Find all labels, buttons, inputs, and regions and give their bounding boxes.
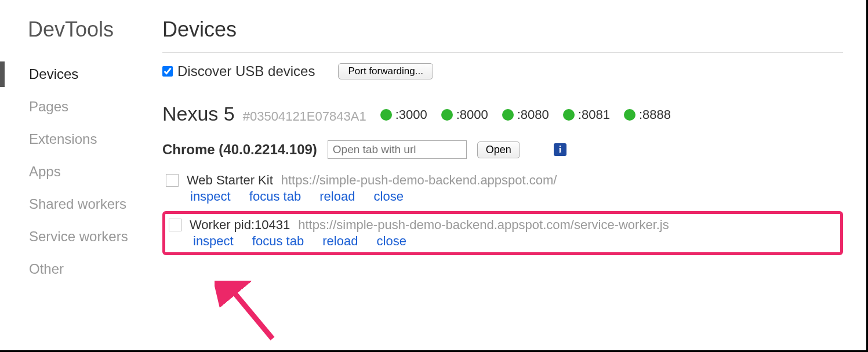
port-label: :3000	[395, 107, 427, 122]
sidebar-item-other[interactable]: Other	[28, 253, 162, 285]
open-button[interactable]: Open	[477, 141, 520, 158]
entry-url: https://simple-push-demo-backend.appspot…	[298, 217, 669, 233]
focus-tab-link[interactable]: focus tab	[252, 234, 304, 248]
entry-url: https://simple-push-demo-backend.appspot…	[281, 173, 557, 188]
page-title: Devices	[162, 17, 843, 42]
entry-title: Worker pid:10431	[190, 217, 290, 233]
entry-title: Web Starter Kit	[187, 173, 273, 188]
discover-usb-label: Discover USB devices	[177, 63, 315, 79]
sidebar-item-label: Other	[29, 261, 64, 277]
status-dot-icon	[502, 109, 514, 121]
sidebar-item-service-workers[interactable]: Service workers	[28, 220, 162, 253]
port-badge: :8000	[441, 107, 488, 122]
toolbar: Discover USB devices Port forwarding...	[162, 63, 843, 79]
port-label: :8888	[639, 107, 671, 122]
port-badge: :8081	[563, 107, 610, 122]
browser-row: Chrome (40.0.2214.109) Open i	[162, 140, 843, 159]
status-dot-icon	[563, 109, 575, 121]
port-label: :8080	[517, 107, 549, 122]
close-link[interactable]: close	[377, 234, 406, 248]
divider	[162, 52, 843, 53]
entry-checkbox[interactable]	[169, 219, 181, 231]
sidebar-item-label: Apps	[29, 164, 61, 179]
port-badge: :8080	[502, 107, 549, 122]
discover-usb-checkbox[interactable]	[162, 66, 173, 77]
sidebar-item-label: Extensions	[29, 131, 97, 147]
sidebar: DevTools Devices Pages Extensions Apps S…	[0, 17, 162, 285]
port-badge: :3000	[380, 107, 427, 122]
open-tab-url-input[interactable]	[328, 140, 467, 159]
reload-link[interactable]: reload	[322, 234, 358, 248]
svg-line-0	[229, 286, 273, 339]
sidebar-item-label: Pages	[29, 99, 68, 114]
sidebar-item-devices[interactable]: Devices	[28, 58, 162, 90]
sidebar-item-label: Shared workers	[29, 196, 126, 212]
inspect-entry: Web Starter Kit https://simple-push-demo…	[162, 169, 843, 208]
inspect-link[interactable]: inspect	[193, 234, 234, 248]
entry-checkbox[interactable]	[166, 174, 179, 187]
annotation-arrow-icon	[215, 281, 284, 350]
device-name: Nexus 5	[162, 103, 235, 125]
sidebar-item-pages[interactable]: Pages	[28, 90, 162, 123]
status-dot-icon	[380, 109, 392, 121]
port-forwarding-button[interactable]: Port forwarding...	[338, 63, 433, 79]
device-header: Nexus 5 #03504121E07843A1 :3000 :8000 :8…	[162, 103, 843, 125]
reload-link[interactable]: reload	[319, 189, 355, 204]
sidebar-item-label: Service workers	[29, 228, 128, 244]
entry-actions: inspect focus tab reload close	[190, 189, 836, 204]
port-badge: :8888	[624, 107, 671, 122]
sidebar-item-label: Devices	[29, 66, 78, 82]
focus-tab-link[interactable]: focus tab	[249, 189, 301, 204]
info-icon[interactable]: i	[554, 143, 566, 156]
main-content: Devices Discover USB devices Port forwar…	[162, 17, 866, 285]
sidebar-item-shared-workers[interactable]: Shared workers	[28, 188, 162, 220]
sidebar-item-apps[interactable]: Apps	[28, 155, 162, 188]
status-dot-icon	[441, 109, 453, 121]
inspect-link[interactable]: inspect	[190, 189, 231, 204]
port-label: :8000	[456, 107, 488, 122]
sidebar-item-extensions[interactable]: Extensions	[28, 123, 162, 155]
sidebar-title: DevTools	[28, 17, 162, 42]
inspect-entry-highlighted: Worker pid:10431 https://simple-push-dem…	[162, 211, 843, 255]
status-dot-icon	[624, 109, 635, 121]
browser-label: Chrome (40.0.2214.109)	[162, 141, 317, 158]
device-serial: #03504121E07843A1	[243, 109, 366, 124]
entry-actions: inspect focus tab reload close	[193, 234, 833, 249]
port-label: :8081	[578, 107, 610, 122]
close-link[interactable]: close	[374, 189, 404, 204]
discover-usb-checkbox-wrap[interactable]: Discover USB devices	[162, 63, 315, 79]
